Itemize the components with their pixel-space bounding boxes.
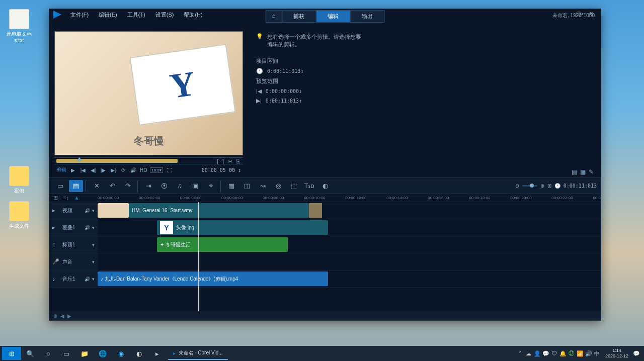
tray-people-icon[interactable]: 👤 [534, 350, 541, 357]
expand-toggle[interactable]: ▾ [92, 225, 95, 230]
undo-button[interactable]: ↶ [105, 180, 119, 192]
range-start-value[interactable]: 0:00:00:000↕ [266, 88, 302, 94]
clip-overlay[interactable]: Y头像.jpg [157, 220, 328, 235]
tray-ime-icon[interactable]: 中 [594, 350, 601, 357]
search-button[interactable]: 🔍 [21, 347, 39, 360]
tray-volume-icon[interactable]: 🔊 [585, 350, 592, 357]
tray-circle-icon[interactable]: ㉗ [568, 350, 575, 356]
menu-edit[interactable]: 编辑(E) [96, 10, 120, 20]
taskview-button[interactable]: ▭ [57, 347, 75, 360]
desktop-icon-folder1[interactable]: 案例 [4, 166, 34, 195]
cut-icon[interactable]: ✂ [228, 158, 232, 165]
menu-help[interactable]: 帮助(H) [181, 10, 205, 20]
mute-toggle[interactable]: 🔊 [85, 225, 90, 230]
clip-video[interactable]: HM_General 16_Start.wmv [129, 203, 309, 218]
fullscreen-icon[interactable]: ⛶ [166, 167, 173, 173]
transition-clip[interactable] [309, 203, 322, 218]
tab-output[interactable]: 输出 [350, 10, 384, 23]
tool-mask-icon[interactable]: ⬚ [287, 180, 301, 192]
zoom-out-icon[interactable]: ⊖ [515, 183, 519, 189]
mute-toggle[interactable]: 🔊 [85, 208, 90, 213]
preview-screen[interactable]: Y 冬哥慢 [54, 31, 243, 155]
tool-3d-icon[interactable]: T₃ᴅ [302, 180, 316, 192]
mute-toggle[interactable]: 🔊 [85, 277, 90, 282]
tab-home[interactable]: ⌂ [266, 10, 282, 23]
app-icon[interactable]: ◐ [130, 347, 148, 360]
edge-icon[interactable]: ◉ [112, 347, 130, 360]
scroll-left-icon[interactable]: ◀ [60, 313, 64, 319]
scrub-marker-icon[interactable]: ◆ [77, 156, 82, 163]
tool-record-icon[interactable]: ⦿ [157, 180, 171, 192]
tool-split-icon[interactable]: ◫ [240, 180, 254, 192]
next-frame-button[interactable]: ▶| [110, 167, 117, 173]
tool-effect-icon[interactable]: ◐ [318, 180, 332, 192]
menu-tools[interactable]: 工具(T) [124, 10, 148, 20]
range-end-value[interactable]: 0:00:11:013↕ [266, 98, 302, 104]
clip-thumbnail[interactable] [98, 203, 129, 218]
timeline-ruler[interactable]: ⊞ ≡↕ ▲ 00:00:00:00 00:00:02:00 00:00:04:… [49, 194, 601, 202]
tool-motion-icon[interactable]: ↝ [256, 180, 270, 192]
start-button[interactable]: ⊞ [2, 347, 21, 360]
tray-action-center-icon[interactable]: 💬 [633, 350, 640, 357]
ruler-tool-3[interactable]: ▲ [74, 195, 79, 201]
prev-frame-button[interactable]: |◀ [79, 167, 87, 173]
play-button[interactable]: ▶ [69, 167, 76, 173]
fit-icon[interactable]: ⊞ [547, 183, 551, 189]
explorer-icon[interactable]: 📁 [75, 347, 94, 360]
loop-button[interactable]: ⟳ [120, 167, 127, 173]
redo-button[interactable]: ↷ [121, 180, 135, 192]
ruler-tool-1[interactable]: ⊞ [53, 195, 58, 201]
panel-icon-2[interactable]: ▦ [580, 168, 586, 175]
browser-icon[interactable]: 🌐 [94, 347, 112, 360]
mark-out-icon[interactable]: ] [222, 158, 224, 165]
scroll-right-icon[interactable]: ▶ [67, 313, 71, 319]
tray-onedrive-icon[interactable]: ☁ [525, 350, 532, 357]
step-fwd-button[interactable]: |▶ [100, 167, 107, 173]
expand-toggle[interactable]: ▾ [92, 208, 95, 213]
snapshot-icon[interactable]: ⎘ [236, 158, 240, 165]
tray-up-icon[interactable]: ˄ [517, 350, 524, 357]
taskbar-clock[interactable]: 1:14 2020-12-12 [602, 348, 631, 359]
mark-in-icon[interactable]: [ [217, 158, 218, 165]
tool-track-icon[interactable]: ▦ [224, 180, 238, 192]
ruler-tool-2[interactable]: ≡↕ [63, 195, 69, 201]
duration-value[interactable]: 0:00:11:013↕ [267, 68, 303, 74]
clip-audio[interactable]: ♪ 九儿-Dan Balan-Tany Vander《Lendo Calendo… [98, 272, 328, 286]
tab-capture[interactable]: 捕获 [282, 10, 316, 23]
desktop-icon-folder2[interactable]: 生成文件 [4, 201, 34, 230]
taskbar-app[interactable]: ▸未命名 · Corel Vid... [168, 347, 228, 360]
playhead[interactable] [198, 202, 199, 311]
scrub-bar[interactable]: ◆ [ ] ✂ ⎘ [54, 157, 243, 164]
tray-wifi-icon[interactable]: 📶 [577, 350, 584, 357]
timeline-view-button[interactable]: ▤ [69, 180, 83, 192]
mode-label[interactable]: 剪辑 [56, 166, 66, 173]
expand-toggle[interactable]: ▾ [92, 242, 95, 247]
tool-wrench-icon[interactable]: ✕ [90, 180, 104, 192]
app2-icon[interactable]: ▸ [148, 347, 166, 360]
storyboard-view-button[interactable]: ▭ [53, 180, 67, 192]
expand-toggle[interactable]: ▾ [92, 277, 95, 282]
clip-title[interactable]: ✦ 冬哥慢生活 [157, 237, 288, 252]
desktop-icon-doc[interactable]: 此电脑文档 s.txt [4, 9, 34, 43]
toolbar-timecode[interactable]: 0:00:11:013 [564, 183, 597, 189]
volume-icon[interactable]: 🔊 [130, 167, 137, 173]
menu-file[interactable]: 文件(F) [67, 10, 92, 20]
panel-icon-1[interactable]: ▤ [572, 168, 577, 175]
hd-button[interactable]: HD [140, 167, 147, 173]
tool-audio-icon[interactable]: ♫ [173, 180, 187, 192]
tool-subtitle-icon[interactable]: ▣ [188, 180, 202, 192]
transport-timecode[interactable]: 00 00 05 00 ↕ [202, 167, 241, 173]
panel-icon-3[interactable]: ✎ [589, 168, 594, 175]
menu-settings[interactable]: 设置(S) [152, 10, 177, 20]
step-back-button[interactable]: ◀| [90, 167, 97, 173]
tray-notif-icon[interactable]: 🔔 [559, 350, 567, 357]
tray-wechat-icon[interactable]: 💬 [542, 350, 549, 357]
zoom-in-icon[interactable]: ⊕ [540, 183, 544, 189]
tool-marker-icon[interactable]: ⇥ [141, 180, 155, 192]
expand-toggle[interactable]: ▾ [92, 259, 95, 264]
aspect-button[interactable]: 16:9▾ [150, 167, 163, 173]
zoom-slider[interactable] [522, 185, 537, 187]
add-track-icon[interactable]: ⊕ [53, 313, 57, 319]
tool-zoom-icon[interactable]: ◎ [271, 180, 285, 192]
tab-edit[interactable]: 编辑 [316, 10, 350, 23]
